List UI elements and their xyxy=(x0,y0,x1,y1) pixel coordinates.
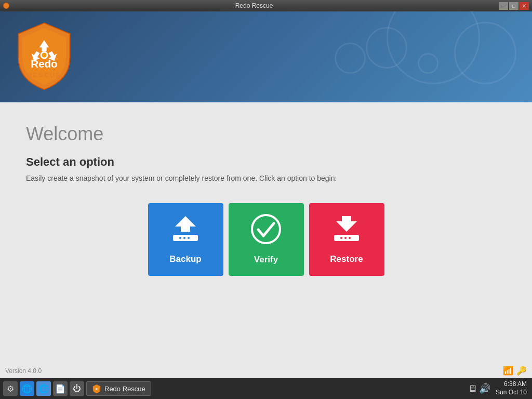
titlebar-title: Redo Rescue xyxy=(9,2,499,9)
taskbar-display-icon[interactable]: 🖥 xyxy=(468,383,477,394)
svg-point-4 xyxy=(42,52,46,57)
minimize-button[interactable]: − xyxy=(499,2,508,10)
taskbar-right: 🖥 🔊 6:38 AM Sun Oct 10 xyxy=(468,380,529,396)
version-bar: Version 4.0.0 📶 🔑 xyxy=(0,363,532,378)
svg-text:R: R xyxy=(96,388,98,391)
version-text: Version 4.0.0 xyxy=(5,367,42,375)
maximize-button[interactable]: □ xyxy=(509,2,518,10)
taskbar-terminal-icon[interactable]: 📄 xyxy=(53,381,68,396)
bg-circle-5 xyxy=(418,53,438,74)
backup-label: Backup xyxy=(169,254,201,264)
select-heading: Select an option xyxy=(26,155,506,169)
titlebar-controls: − □ ✕ xyxy=(499,2,529,10)
taskbar-settings-icon[interactable]: ⚙ xyxy=(3,381,18,396)
taskbar-volume-icon[interactable]: 🔊 xyxy=(479,383,490,394)
svg-text:RESCUE: RESCUE xyxy=(27,71,61,79)
svg-marker-7 xyxy=(175,216,196,232)
restore-button[interactable]: Restore xyxy=(309,203,384,276)
version-icons: 📶 🔑 xyxy=(503,366,527,376)
key-icon: 🔑 xyxy=(516,366,527,376)
backup-icon xyxy=(170,215,201,248)
svg-point-12 xyxy=(252,215,280,243)
verify-icon xyxy=(251,214,281,248)
close-button[interactable]: ✕ xyxy=(520,2,529,10)
taskbar-app-button[interactable]: R Redo Rescue xyxy=(86,381,151,396)
verify-button[interactable]: Verify xyxy=(229,203,304,276)
svg-point-9 xyxy=(179,237,181,239)
content-area: Welcome Select an option Easily create a… xyxy=(0,102,532,291)
taskbar-files-icon[interactable]: 🌐 xyxy=(36,381,51,396)
taskbar: ⚙ 🌐 🌐 📄 ⏻ R Redo Rescue 🖥 🔊 6:38 AM Sun … xyxy=(0,378,532,399)
taskbar-sys-icons: 🖥 🔊 xyxy=(468,383,490,394)
svg-point-10 xyxy=(183,237,185,239)
main-content: Welcome Select an option Easily create a… xyxy=(0,102,532,378)
logo-container: Redo RESCUE xyxy=(10,19,78,92)
taskbar-app-icon: R xyxy=(92,384,101,393)
svg-point-15 xyxy=(340,237,342,239)
select-description: Easily create a snapshot of your system … xyxy=(26,174,506,182)
backup-icon-svg xyxy=(170,215,201,244)
svg-text:Redo: Redo xyxy=(31,58,57,70)
clock-date: Sun Oct 10 xyxy=(496,389,527,397)
header: Redo RESCUE xyxy=(0,11,532,102)
titlebar: Redo Rescue − □ ✕ xyxy=(0,0,532,11)
verify-icon-svg xyxy=(251,214,281,244)
bg-circle-2 xyxy=(454,22,516,84)
verify-label: Verify xyxy=(254,255,278,265)
svg-point-11 xyxy=(188,237,190,239)
taskbar-power-icon[interactable]: ⏻ xyxy=(70,381,84,396)
taskbar-browser-icon[interactable]: 🌐 xyxy=(20,381,34,396)
taskbar-app-label: Redo Rescue xyxy=(104,385,145,393)
svg-point-16 xyxy=(344,237,347,239)
header-bg-decoration xyxy=(0,11,532,102)
svg-point-17 xyxy=(349,237,351,239)
wifi-icon: 📶 xyxy=(503,366,513,376)
options-row: Backup Verify xyxy=(26,203,506,276)
restore-label: Restore xyxy=(330,254,363,264)
restore-icon-svg xyxy=(331,215,362,244)
logo-shield: Redo RESCUE xyxy=(10,19,78,92)
restore-icon xyxy=(331,215,362,248)
bg-circle-3 xyxy=(366,27,407,69)
backup-button[interactable]: Backup xyxy=(148,203,223,276)
welcome-title: Welcome xyxy=(26,123,506,145)
svg-marker-13 xyxy=(336,216,357,232)
taskbar-clock: 6:38 AM Sun Oct 10 xyxy=(494,380,529,396)
titlebar-dot xyxy=(3,3,9,9)
bg-circle-4 xyxy=(335,43,366,74)
clock-time: 6:38 AM xyxy=(496,380,527,389)
